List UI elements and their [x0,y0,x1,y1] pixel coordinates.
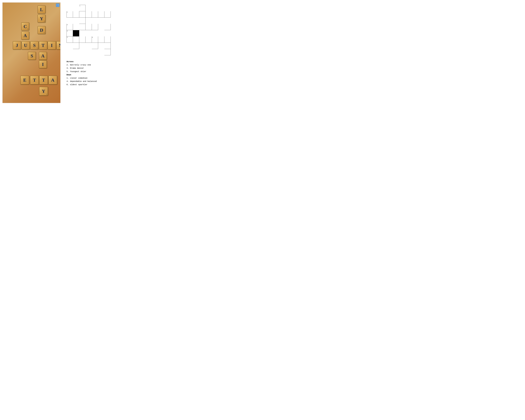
cw-cell [73,37,79,43]
scrabble-tiles-area: L Y 4 C 3 A D 2 J U S 1 [2,2,60,103]
tile-E: E [20,76,29,84]
cw-cell [73,11,79,18]
cw-cell [67,5,73,11]
cw-cell [98,30,104,37]
cw-cell [98,49,104,55]
cw-cell [104,37,111,43]
clue-across-5: 5. Youngest skier [66,70,97,73]
cw-cell [104,30,111,37]
cw-cell [104,43,111,49]
cw-row-0: 1 [67,5,111,11]
cw-cell [92,43,98,49]
clue-down-4: 4. dependable and balanced [66,80,97,83]
cw-cell-black [73,30,79,37]
cw-cell: 3 [67,24,73,30]
expand-icon[interactable] [56,3,59,7]
cw-row-3: 3 [67,24,111,30]
tile-A3: A [48,76,57,84]
cw-row-5: 5 6 [67,37,111,43]
tile-C: C 3 [21,22,29,30]
tile-S1: S 1 [30,41,38,49]
cw-cell [73,49,79,55]
cw-cell [92,11,98,18]
cw-cell [79,18,85,24]
cw-row-2 [67,18,111,24]
cw-cell [85,18,92,24]
cw-cell [67,43,73,49]
cw-cell [73,5,79,11]
tile-U: U [21,41,30,49]
cw-cell: 6 [92,37,98,43]
cw-cell [73,18,79,24]
cw-row-4: 4 [67,30,111,37]
cw-cell [79,37,85,43]
clues-section: Across 2. matronly crazy one 3. Drama da… [66,60,97,86]
cw-cell [85,30,92,37]
cw-cell [92,24,98,30]
cw-cell [98,18,104,24]
clue-across-2: 2. matronly crazy one [66,63,97,67]
cw-cell [92,18,98,24]
tile-T3: T [39,76,48,84]
tile-D: D 2 [38,26,46,34]
cw-cell [104,5,111,11]
cw-cell [85,43,92,49]
cw-row-6 [67,43,111,49]
tile-T1: T [39,41,47,49]
cw-cell [104,49,111,55]
cw-cell [98,37,104,43]
cw-cell [85,11,92,18]
cw-cell [104,11,111,18]
cw-cell: 5 [67,37,73,43]
cw-cell [98,43,104,49]
scrabble-photo: L Y 4 C 3 A D 2 J U S 1 [2,2,60,103]
cw-row-7 [67,49,111,55]
tile-A2: A [39,52,47,60]
cw-cell: 2 [67,11,73,18]
right-panel: 1 2 [60,2,129,86]
cw-row-1: 2 [67,11,111,18]
cw-cell [79,43,85,49]
cw-cell [104,24,111,30]
cw-cell [92,30,98,37]
tile-N: N [56,41,60,49]
tile-J: J [13,41,21,49]
cw-cell [85,37,92,43]
crossword-grid: 1 2 [66,5,111,55]
tile-S2: S [28,52,36,60]
across-header: Across [66,60,97,63]
tile-I1: I [48,41,56,49]
cw-cell [85,24,92,30]
cw-cell [73,43,79,49]
cw-cell [67,18,73,24]
cw-cell [79,30,85,37]
down-header: Down [66,73,97,76]
cw-cell [98,11,104,18]
tile-Y1: Y 4 [38,15,46,22]
cw-cell [73,24,79,30]
cw-cell [98,24,104,30]
tile-I2: I [39,60,47,68]
cw-cell: 1 [79,5,85,11]
cw-cell [85,5,92,11]
clue-across-3: 3. Drama dancer [66,67,97,70]
crossword-table: 1 2 [66,5,111,55]
tile-Y2: Y 4 [39,87,48,95]
cw-cell [79,11,85,18]
tile-L: L [38,6,46,13]
cw-cell [92,49,98,55]
clue-down-1: 1. clever comedian [66,76,97,80]
cw-cell [104,18,111,24]
tile-T2: T [30,76,39,84]
cw-cell [85,49,92,55]
tile-A1: A [21,32,29,39]
cw-cell [92,5,98,11]
cw-cell [98,5,104,11]
cw-cell [67,49,73,55]
cw-cell [79,49,85,55]
cw-cell [79,24,85,30]
clue-down-6: 6. oldest sparkler [66,83,97,86]
cw-cell: 4 [67,30,73,37]
